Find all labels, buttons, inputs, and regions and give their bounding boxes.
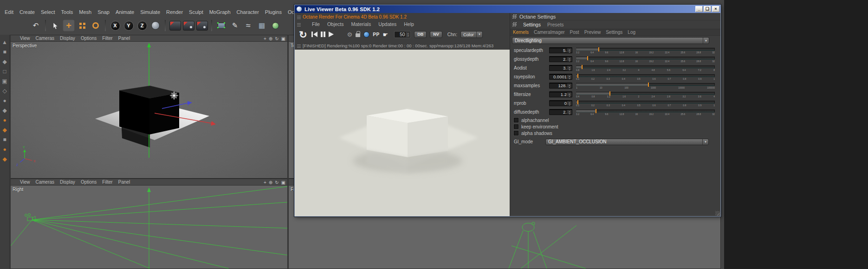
subtab-cameraimager[interactable]: CameraImager bbox=[534, 30, 565, 35]
channel-select[interactable]: Color ▼ bbox=[460, 31, 483, 38]
drag-grip-icon[interactable] bbox=[297, 44, 301, 48]
param-slider[interactable]: 0.10.20.30.40.50.60.70.80.91 bbox=[576, 74, 715, 80]
render-to-picture-button[interactable] bbox=[182, 19, 194, 32]
maximize-button[interactable]: ❏ bbox=[704, 6, 711, 12]
param-slider[interactable]: 3.26.49.612.81619.222.425.628.832 bbox=[576, 47, 715, 54]
pan-view-icon[interactable]: + bbox=[264, 36, 266, 41]
resize-grip[interactable] bbox=[715, 211, 720, 216]
vp-menu-display[interactable]: Display bbox=[60, 36, 75, 41]
vp-menu-display[interactable]: Display bbox=[60, 179, 75, 185]
gi-mode-select[interactable]: GI_AMBIENT_OCCLUSION ▼ bbox=[545, 139, 709, 145]
param-value-input[interactable]: 5.▴▾ bbox=[549, 47, 572, 53]
lv-menu-help[interactable]: Help bbox=[404, 21, 414, 27]
lock-x-axis-button[interactable]: X bbox=[109, 19, 121, 32]
param-slider[interactable]: 0.40.81.21.622.42.83.23.64 bbox=[576, 91, 715, 98]
menu-mograph[interactable]: MoGraph bbox=[209, 9, 231, 16]
edges-mode-icon[interactable]: ◇ bbox=[2, 88, 6, 94]
menu-create[interactable]: Create bbox=[19, 9, 35, 16]
param-value-input[interactable]: 1.2▴▾ bbox=[549, 91, 572, 97]
param-value-input[interactable]: 128.▴▾ bbox=[549, 83, 572, 89]
add-sphere-button[interactable] bbox=[269, 19, 281, 32]
subtab-log[interactable]: Log bbox=[628, 30, 635, 35]
viewport-filter-icon[interactable]: ■ bbox=[3, 137, 6, 142]
lock-z-axis-button[interactable]: Z bbox=[136, 19, 148, 32]
subtab-post[interactable]: Post bbox=[570, 30, 579, 35]
samples-input[interactable]: 50 ▴▾ bbox=[394, 31, 411, 38]
vp-menu-filter[interactable]: Filter bbox=[102, 179, 112, 185]
spinner-buttons[interactable]: ▴▾ bbox=[567, 66, 571, 70]
add-cube-button[interactable] bbox=[215, 19, 227, 32]
polygons-mode-icon[interactable]: ● bbox=[3, 98, 6, 103]
param-value-input[interactable]: 2.▴▾ bbox=[549, 56, 572, 62]
rotate-view-icon[interactable]: ↻ bbox=[275, 180, 279, 185]
kernel-type-select[interactable]: Directlighting ▼ bbox=[512, 37, 709, 44]
param-value-input[interactable]: 0▴▾ bbox=[549, 100, 572, 106]
make-editable-icon[interactable]: ▲ bbox=[2, 39, 7, 45]
material-preview-button[interactable] bbox=[363, 32, 369, 38]
menu-select[interactable]: Select bbox=[41, 9, 55, 16]
spinner-buttons[interactable]: ▴▾ bbox=[567, 101, 571, 105]
move-tool-button[interactable]: + bbox=[63, 19, 75, 32]
menu-snap[interactable]: Snap bbox=[97, 9, 110, 16]
drag-grip-icon[interactable] bbox=[297, 15, 301, 19]
spinner-buttons[interactable]: ▴▾ bbox=[567, 75, 571, 79]
tab-settings[interactable]: Settings bbox=[523, 22, 541, 27]
model-mode-icon[interactable]: ■ bbox=[3, 49, 6, 55]
pick-focus-button[interactable]: ☛ bbox=[383, 31, 389, 38]
menu-mesh[interactable]: Mesh bbox=[79, 9, 91, 16]
menu-character[interactable]: Character bbox=[237, 9, 259, 16]
close-button[interactable]: × bbox=[712, 6, 719, 12]
pp-toggle-button[interactable]: PP bbox=[373, 32, 379, 37]
pause-render-button[interactable] bbox=[321, 32, 325, 37]
zoom-view-icon[interactable]: ⊕ bbox=[269, 36, 272, 41]
vp-menu-panel[interactable]: Panel bbox=[118, 179, 130, 185]
spinner-buttons[interactable]: ▴▾ bbox=[567, 57, 571, 61]
minimize-button[interactable]: _ bbox=[695, 6, 703, 12]
rotate-view-icon[interactable]: ↻ bbox=[275, 36, 279, 41]
vp-menu-panel[interactable]: Panel bbox=[118, 36, 130, 41]
param-slider[interactable]: 3.26.49.612.81619.222.425.628.832 bbox=[576, 109, 715, 115]
vp-menu-cameras[interactable]: Cameras bbox=[36, 36, 55, 41]
lv-menu-materials[interactable]: Materials bbox=[351, 21, 371, 27]
samples-spinner[interactable]: ▴▾ bbox=[406, 32, 410, 37]
lock-resolution-button[interactable] bbox=[356, 33, 360, 37]
spinner-buttons[interactable]: ▴▾ bbox=[567, 110, 571, 114]
param-value-input[interactable]: 3.▴▾ bbox=[549, 65, 572, 71]
spinner-buttons[interactable]: ▴▾ bbox=[567, 92, 571, 96]
subtab-settings[interactable]: Settings bbox=[606, 30, 622, 35]
vp-menu-options[interactable]: Options bbox=[81, 36, 97, 41]
param-value-input[interactable]: 2.▴▾ bbox=[549, 109, 572, 115]
db-button[interactable]: DB bbox=[414, 31, 427, 38]
points-mode-icon[interactable]: ▣ bbox=[2, 78, 7, 84]
viewport-right-body[interactable]: Right bbox=[11, 186, 287, 269]
vp-menu-view[interactable]: View bbox=[20, 36, 30, 41]
menu-render[interactable]: Render bbox=[166, 9, 183, 16]
texture-mode-icon[interactable]: ◆ bbox=[2, 59, 6, 64]
zoom-view-icon[interactable]: ⊕ bbox=[269, 180, 272, 185]
param-value-input[interactable]: 0.0001▴▾ bbox=[549, 74, 572, 80]
lv-menu-objects[interactable]: Objects bbox=[327, 21, 344, 27]
vp-menu-filter[interactable]: Filter bbox=[102, 36, 112, 41]
param-slider[interactable]: 0.81.62.43.244.85.66.47.28 bbox=[576, 65, 715, 71]
subtab-kernels[interactable]: Kernels bbox=[513, 30, 529, 35]
spinner-buttons[interactable]: ▴▾ bbox=[567, 48, 571, 52]
toggle-view-icon[interactable]: ▣ bbox=[281, 36, 285, 41]
viewport-perspective-body[interactable]: Perspective bbox=[11, 42, 287, 178]
vp-menu-view[interactable]: View bbox=[20, 179, 30, 185]
render-settings-gear-button[interactable]: ⚙ bbox=[347, 31, 353, 38]
scale-tool-button[interactable] bbox=[76, 19, 88, 32]
vp-menu-options[interactable]: Options bbox=[81, 179, 97, 185]
vp-menu-cameras[interactable]: Cameras bbox=[36, 179, 55, 185]
keep-environment-checkbox[interactable] bbox=[514, 124, 518, 129]
render-settings-button[interactable] bbox=[196, 19, 208, 32]
lv-menu-file[interactable]: File bbox=[312, 21, 320, 27]
material-ball-icon[interactable]: ● bbox=[3, 147, 6, 152]
rotate-tool-button[interactable] bbox=[90, 19, 102, 32]
play-render-button[interactable] bbox=[329, 32, 334, 37]
uv-edit-icon[interactable]: ◆ bbox=[2, 156, 6, 162]
snap-icon[interactable]: ◆ bbox=[2, 108, 6, 113]
paint-tube-icon[interactable]: ◆ bbox=[2, 127, 6, 133]
nv-button[interactable]: NV bbox=[430, 31, 442, 38]
menu-sculpt[interactable]: Sculpt bbox=[189, 9, 203, 16]
subtab-preview[interactable]: Preview bbox=[584, 30, 601, 35]
